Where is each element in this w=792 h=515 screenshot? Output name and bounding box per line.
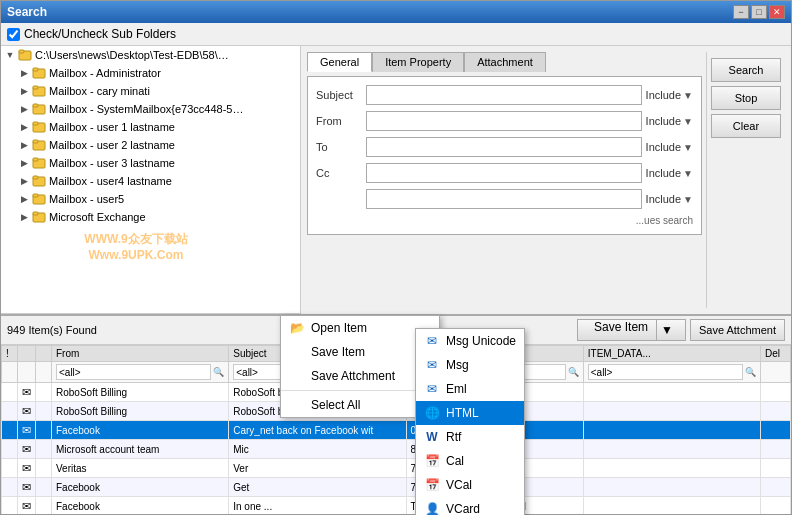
results-count: 949 Item(s) Found bbox=[7, 324, 97, 336]
subject-dropdown-arrow[interactable]: ▼ bbox=[683, 90, 693, 101]
expand-8[interactable]: ▶ bbox=[17, 210, 31, 224]
filter-data2-search-icon[interactable]: 🔍 bbox=[745, 367, 756, 377]
tree-label-5: Mailbox - user 3 lastname bbox=[49, 157, 175, 169]
rtf-icon: W bbox=[424, 429, 440, 445]
filter-data1-search-icon[interactable]: 🔍 bbox=[568, 367, 579, 377]
subject-row: Subject Include ▼ bbox=[316, 85, 693, 105]
expand-1[interactable]: ▶ bbox=[17, 84, 31, 98]
tree-item-7[interactable]: ▶ Mailbox - user5 bbox=[17, 190, 300, 208]
to-include-text: Include bbox=[646, 141, 681, 153]
to-input[interactable] bbox=[366, 137, 642, 157]
tab-attachment[interactable]: Attachment bbox=[464, 52, 546, 72]
tree-item-6[interactable]: ▶ Mailbox - user4 lastname bbox=[17, 172, 300, 190]
expand-3[interactable]: ▶ bbox=[17, 120, 31, 134]
tree-item-0[interactable]: ▶ Mailbox - Administrator bbox=[17, 64, 300, 82]
tab-item-property[interactable]: Item Property bbox=[372, 52, 464, 72]
subject-input[interactable] bbox=[366, 85, 642, 105]
submenu-vcal[interactable]: 📅 VCal bbox=[416, 473, 524, 497]
submenu-rtf[interactable]: W Rtf bbox=[416, 425, 524, 449]
from-dropdown-arrow[interactable]: ▼ bbox=[683, 116, 693, 127]
subject-label: Subject bbox=[316, 89, 366, 101]
cell-attach bbox=[36, 459, 52, 478]
extra-include[interactable]: Include ▼ bbox=[646, 193, 693, 205]
extra-input[interactable] bbox=[366, 189, 642, 209]
check-uncheck-label[interactable]: Check/Uncheck Sub Folders bbox=[7, 27, 785, 41]
submenu-vcard[interactable]: 👤 VCard bbox=[416, 497, 524, 515]
tree-item-5[interactable]: ▶ Mailbox - user 3 lastname bbox=[17, 154, 300, 172]
msg-unicode-label: Msg Unicode bbox=[446, 334, 516, 348]
submenu-cal[interactable]: 📅 Cal bbox=[416, 449, 524, 473]
tree-item-8[interactable]: ▶ Microsoft Exchange bbox=[17, 208, 300, 226]
tree-item-4[interactable]: ▶ Mailbox - user 2 lastname bbox=[17, 136, 300, 154]
table-row[interactable]: ✉ Microsoft account team Mic 8 01:43 PM bbox=[2, 440, 791, 459]
extra-dropdown-arrow[interactable]: ▼ bbox=[683, 194, 693, 205]
table-row[interactable]: ✉ Facebook Cary_net back on Facebook wit… bbox=[2, 421, 791, 440]
folder-icon-5 bbox=[31, 155, 47, 171]
cell-subject: Mic bbox=[229, 440, 406, 459]
svg-rect-5 bbox=[33, 86, 38, 89]
cc-row: Cc Include ▼ bbox=[316, 163, 693, 183]
folder-icon-7 bbox=[31, 191, 47, 207]
to-dropdown-arrow[interactable]: ▼ bbox=[683, 142, 693, 153]
expand-5[interactable]: ▶ bbox=[17, 156, 31, 170]
folder-icon-1 bbox=[31, 83, 47, 99]
right-panel: General Item Property Attachment Subject… bbox=[301, 46, 791, 314]
watermark: WWW.9众友下载站 Www.9UPK.Com bbox=[11, 231, 261, 262]
cell-type: ✉ bbox=[18, 402, 36, 421]
save-item-icon bbox=[289, 344, 305, 360]
from-row: From Include ▼ bbox=[316, 111, 693, 131]
from-label: From bbox=[316, 115, 366, 127]
tree-item-1[interactable]: ▶ Mailbox - cary minati bbox=[17, 82, 300, 100]
cell-subject: Ver bbox=[229, 459, 406, 478]
cell-flag bbox=[2, 402, 18, 421]
folder-icon-0 bbox=[31, 65, 47, 81]
tree-label-4: Mailbox - user 2 lastname bbox=[49, 139, 175, 151]
search-button[interactable]: Search bbox=[711, 58, 781, 82]
save-item-label[interactable]: Save Item bbox=[586, 320, 656, 340]
stop-button[interactable]: Stop bbox=[711, 86, 781, 110]
tree-label-7: Mailbox - user5 bbox=[49, 193, 124, 205]
cc-input[interactable] bbox=[366, 163, 642, 183]
table-row[interactable]: ✉ Facebook In one ... Thu 01/18/2018 01:… bbox=[2, 497, 791, 515]
root-expand-icon[interactable]: ▼ bbox=[3, 48, 17, 62]
col-data2: ITEM_DATA... bbox=[583, 346, 760, 362]
cell-data2 bbox=[583, 497, 760, 515]
subject-include[interactable]: Include ▼ bbox=[646, 89, 693, 101]
table-row[interactable]: ✉ Facebook Get 7 01:33 PM bbox=[2, 478, 791, 497]
folder-icon-3 bbox=[31, 119, 47, 135]
tree-root[interactable]: ▼ C:\Users\news\Desktop\Test-EDB\58\Mail… bbox=[1, 46, 300, 64]
from-input[interactable] bbox=[366, 111, 642, 131]
filter-from-input[interactable] bbox=[56, 364, 211, 380]
filter-from-search-icon[interactable]: 🔍 bbox=[213, 367, 224, 377]
submenu-html[interactable]: 🌐 HTML bbox=[416, 401, 524, 425]
tree-item-3[interactable]: ▶ Mailbox - user 1 lastname bbox=[17, 118, 300, 136]
expand-6[interactable]: ▶ bbox=[17, 174, 31, 188]
to-include[interactable]: Include ▼ bbox=[646, 141, 693, 153]
maximize-button[interactable]: □ bbox=[751, 5, 767, 19]
filter-data2-input[interactable] bbox=[588, 364, 743, 380]
expand-7[interactable]: ▶ bbox=[17, 192, 31, 206]
expand-2[interactable]: ▶ bbox=[17, 102, 31, 116]
submenu-msg-unicode[interactable]: ✉ Msg Unicode bbox=[416, 329, 524, 353]
submenu-msg[interactable]: ✉ Msg bbox=[416, 353, 524, 377]
submenu-eml[interactable]: ✉ Eml bbox=[416, 377, 524, 401]
cell-type: ✉ bbox=[18, 383, 36, 402]
close-button[interactable]: ✕ bbox=[769, 5, 785, 19]
subfolder-checkbox[interactable] bbox=[7, 28, 20, 41]
save-attachment-button[interactable]: Save Attchment bbox=[690, 319, 785, 341]
table-row[interactable]: ✉ Veritas Ver 7 05:34 PM bbox=[2, 459, 791, 478]
from-include[interactable]: Include ▼ bbox=[646, 115, 693, 127]
from-include-text: Include bbox=[646, 115, 681, 127]
expand-4[interactable]: ▶ bbox=[17, 138, 31, 152]
cc-include[interactable]: Include ▼ bbox=[646, 167, 693, 179]
save-item-dropdown-arrow[interactable]: ▼ bbox=[656, 320, 677, 340]
minimize-button[interactable]: − bbox=[733, 5, 749, 19]
rtf-label: Rtf bbox=[446, 430, 461, 444]
folder-icon-8 bbox=[31, 209, 47, 225]
tree-item-2[interactable]: ▶ Mailbox - SystemMailbox{e73cc448-5a2e-… bbox=[17, 100, 300, 118]
cc-dropdown-arrow[interactable]: ▼ bbox=[683, 168, 693, 179]
expand-0[interactable]: ▶ bbox=[17, 66, 31, 80]
tab-general[interactable]: General bbox=[307, 52, 372, 72]
clear-button[interactable]: Clear bbox=[711, 114, 781, 138]
save-item-button[interactable]: Save Item ▼ bbox=[577, 319, 686, 341]
